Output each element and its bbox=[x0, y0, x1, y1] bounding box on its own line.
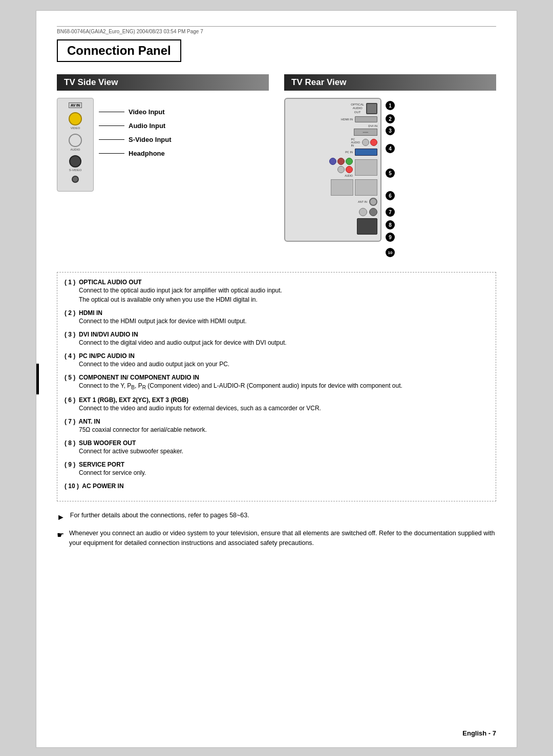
num-7: 7 bbox=[386, 207, 395, 217]
sub-woofer-port bbox=[359, 208, 367, 216]
notes-section: ► For further details about the connecti… bbox=[57, 511, 496, 548]
tv-side-view-header: TV Side View bbox=[57, 74, 269, 91]
arrow-icon: ► bbox=[57, 511, 65, 523]
desc-2-num: ( 2 ) bbox=[65, 309, 75, 317]
ant-label: ANT IN bbox=[358, 200, 367, 203]
desc-6-num: ( 6 ) bbox=[65, 396, 75, 404]
pc-audio-row: PCAUDIOIN bbox=[351, 138, 377, 147]
pc-audio-label: PCAUDIOIN bbox=[351, 138, 360, 147]
optical-port bbox=[366, 103, 377, 114]
num-bubble-9: 9 bbox=[386, 231, 395, 243]
audio-port-label: AUDIO bbox=[70, 148, 80, 151]
descriptions-box: ( 1 ) OPTICAL AUDIO OUT Connect to the o… bbox=[57, 272, 496, 501]
desc-10-title: ( 10 ) AC POWER IN bbox=[65, 482, 488, 490]
rrow-1-label: OPTICALAUDIOOUT bbox=[351, 103, 364, 114]
num-3: 3 bbox=[386, 126, 395, 135]
desc-7-text: 75Ω coaxial connector for aerial/cable n… bbox=[79, 425, 488, 434]
line-video bbox=[99, 112, 124, 112]
label-headphone-text: Headphone bbox=[129, 150, 165, 157]
desc-2-title: ( 2 ) HDMI IN bbox=[65, 309, 488, 317]
num-bubble-4: 4 bbox=[386, 137, 395, 160]
num-bubble-7: 7 bbox=[386, 205, 395, 219]
tv-side-view-panel: TV Side View AV IN VIDEO AUDIO S-VI bbox=[57, 74, 269, 262]
desc-item-7: ( 7 ) ANT. IN 75Ω coaxial connector for … bbox=[65, 418, 488, 434]
pc-audio-ports bbox=[362, 139, 377, 146]
rrow-10 bbox=[288, 218, 377, 235]
rrow-6 bbox=[288, 179, 377, 196]
rrow-7: ANT IN bbox=[288, 198, 377, 206]
desc-item-5: ( 5 ) COMPONENT IN/ COMPONENT AUDIO IN C… bbox=[65, 374, 488, 391]
desc-item-3: ( 3 ) DVI IN/DVI AUDIO IN Connect to the… bbox=[65, 331, 488, 347]
label-audio-input: Audio Input bbox=[99, 122, 172, 130]
page-title: Connection Panel bbox=[67, 44, 171, 58]
desc-9-num: ( 9 ) bbox=[65, 461, 75, 468]
label-audio-text: Audio Input bbox=[129, 122, 165, 130]
num-bubble-3: 3 bbox=[386, 124, 395, 137]
note-2: ☛ Whenever you connect an audio or video… bbox=[57, 529, 496, 548]
audio-connector: AUDIO bbox=[69, 134, 82, 151]
num-bubble-8: 8 bbox=[386, 219, 395, 231]
pc-section: PCAUDIOIN PC IN bbox=[345, 138, 377, 156]
tv-rear-view-panel: TV Rear View OPTICALAUDIOOUT HDMI IN bbox=[284, 74, 496, 262]
dvi-section: DVI IN ▪▪▪▪▪▪ bbox=[354, 124, 377, 136]
num-bubble-6: 6 bbox=[386, 186, 395, 205]
note-2-text: Whenever you connect an audio or video s… bbox=[69, 529, 496, 548]
num-bubble-2: 2 bbox=[386, 113, 395, 124]
desc-3-text: Connect to the digital video and audio o… bbox=[79, 338, 488, 347]
line-headphone bbox=[99, 153, 124, 154]
rrow-4: PCAUDIOIN PC IN bbox=[288, 138, 377, 156]
desc-item-9: ( 9 ) SERVICE PORT Connect for service o… bbox=[65, 461, 488, 477]
desc-8-text: Connect for active subwoofer speaker. bbox=[79, 447, 488, 456]
comp-audio-label: AUDIO bbox=[345, 174, 353, 177]
svideo-port bbox=[69, 155, 81, 167]
dvi-port: ▪▪▪▪▪▪ bbox=[354, 129, 377, 136]
page-footer: English - 7 bbox=[462, 729, 496, 737]
hdmi-port bbox=[355, 116, 377, 122]
comp-pb bbox=[337, 158, 345, 165]
desc-7-num: ( 7 ) bbox=[65, 418, 75, 425]
service-port bbox=[369, 208, 377, 216]
footer-text: English - 7 bbox=[462, 729, 496, 737]
desc-item-6: ( 6 ) EXT 1 (RGB), EXT 2(YC), EXT 3 (RGB… bbox=[65, 396, 488, 413]
rrow-2-label: HDMI IN bbox=[341, 118, 353, 121]
desc-1-num: ( 1 ) bbox=[65, 279, 75, 286]
desc-item-2: ( 2 ) HDMI IN Connect to the HDMI output… bbox=[65, 309, 488, 326]
side-device: AV IN VIDEO AUDIO S-VIDEO bbox=[57, 98, 94, 192]
desc-item-8: ( 8 ) SUB WOOFER OUT Connect for active … bbox=[65, 439, 488, 456]
vga-port bbox=[355, 149, 377, 156]
desc-5-text: Connect to the Y, PB, PR (Component vide… bbox=[79, 381, 488, 391]
desc-3-title: ( 3 ) DVI IN/DVI AUDIO IN bbox=[65, 331, 488, 338]
views-row: TV Side View AV IN VIDEO AUDIO S-VI bbox=[57, 74, 496, 262]
desc-6-title: ( 6 ) EXT 1 (RGB), EXT 2(YC), EXT 3 (RGB… bbox=[65, 396, 488, 404]
video-port bbox=[69, 112, 82, 125]
desc-item-1: ( 1 ) OPTICAL AUDIO OUT Connect to the o… bbox=[65, 279, 488, 304]
ant-port bbox=[369, 198, 377, 206]
rear-panel-container: OPTICALAUDIOOUT HDMI IN DVI IN bbox=[284, 98, 395, 262]
desc-6-text: Connect to the video and audio inputs fo… bbox=[79, 404, 488, 413]
num-10: 10 bbox=[386, 248, 395, 257]
num-bubble-1: 1 bbox=[386, 98, 395, 113]
rrow-1: OPTICALAUDIOOUT bbox=[288, 103, 377, 114]
video-port-label: VIDEO bbox=[71, 127, 80, 130]
desc-8-num: ( 8 ) bbox=[65, 439, 75, 447]
desc-4-title: ( 4 ) PC IN/PC AUDIO IN bbox=[65, 352, 488, 360]
num-2: 2 bbox=[386, 114, 395, 123]
label-headphone: Headphone bbox=[99, 150, 172, 157]
ext2-port bbox=[355, 179, 377, 196]
rrow-8-9 bbox=[288, 208, 377, 216]
component-video-ports bbox=[329, 158, 353, 165]
video-connector: VIDEO bbox=[69, 112, 82, 130]
power-port bbox=[357, 218, 377, 235]
label-svideo-input: S-Video Input bbox=[99, 136, 172, 143]
rrow-2: HDMI IN bbox=[288, 116, 377, 122]
page-title-box: Connection Panel bbox=[57, 39, 181, 62]
comp-pr bbox=[346, 158, 353, 165]
hand-icon: ☛ bbox=[57, 529, 64, 541]
av-in-label: AV IN bbox=[69, 102, 82, 108]
headphone-port bbox=[72, 176, 79, 183]
component-section: AUDIO bbox=[329, 158, 353, 177]
headphone-connector bbox=[72, 176, 79, 183]
svideo-port-label: S-VIDEO bbox=[69, 169, 82, 172]
desc-9-title: ( 9 ) SERVICE PORT bbox=[65, 461, 488, 468]
left-bar bbox=[36, 364, 39, 394]
